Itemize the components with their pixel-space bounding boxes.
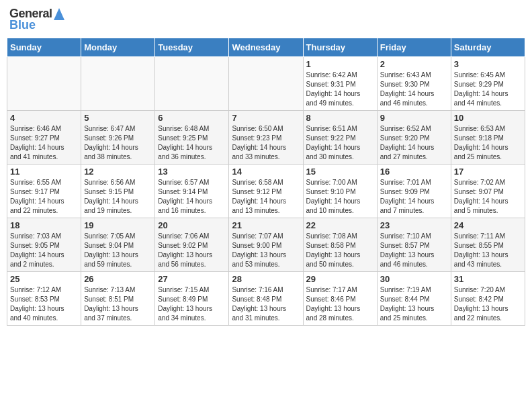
calendar-cell: 4Sunrise: 6:46 AM Sunset: 9:27 PM Daylig… xyxy=(7,111,81,165)
calendar-cell xyxy=(81,57,155,111)
day-number: 24 xyxy=(454,220,522,230)
calendar-cell: 1Sunrise: 6:42 AM Sunset: 9:31 PM Daylig… xyxy=(303,57,377,111)
day-info: Sunrise: 7:12 AM Sunset: 8:53 PM Dayligh… xyxy=(10,285,78,323)
day-number: 25 xyxy=(10,274,78,284)
day-number: 9 xyxy=(380,113,448,123)
day-info: Sunrise: 7:17 AM Sunset: 8:46 PM Dayligh… xyxy=(306,285,374,323)
day-info: Sunrise: 6:51 AM Sunset: 9:22 PM Dayligh… xyxy=(306,124,374,162)
calendar-cell xyxy=(7,57,81,111)
day-number: 1 xyxy=(306,59,374,69)
day-info: Sunrise: 7:00 AM Sunset: 9:10 PM Dayligh… xyxy=(306,178,374,216)
day-info: Sunrise: 6:47 AM Sunset: 9:26 PM Dayligh… xyxy=(84,124,152,162)
calendar-cell: 29Sunrise: 7:17 AM Sunset: 8:46 PM Dayli… xyxy=(303,272,377,326)
day-info: Sunrise: 7:19 AM Sunset: 8:44 PM Dayligh… xyxy=(380,285,448,323)
day-info: Sunrise: 6:45 AM Sunset: 9:29 PM Dayligh… xyxy=(454,71,522,108)
day-info: Sunrise: 6:43 AM Sunset: 9:30 PM Dayligh… xyxy=(380,71,448,108)
day-number: 10 xyxy=(454,113,522,123)
calendar-header-row: SundayMondayTuesdayWednesdayThursdayFrid… xyxy=(7,38,525,57)
page-header: General Blue xyxy=(7,7,525,32)
calendar-week-3: 11Sunrise: 6:55 AM Sunset: 9:17 PM Dayli… xyxy=(7,165,525,218)
day-info: Sunrise: 6:42 AM Sunset: 9:31 PM Dayligh… xyxy=(306,71,374,108)
calendar-cell: 13Sunrise: 6:57 AM Sunset: 9:14 PM Dayli… xyxy=(155,165,229,218)
calendar-cell: 7Sunrise: 6:50 AM Sunset: 9:23 PM Daylig… xyxy=(229,111,303,165)
day-number: 14 xyxy=(232,167,300,177)
calendar-week-5: 25Sunrise: 7:12 AM Sunset: 8:53 PM Dayli… xyxy=(7,272,525,326)
calendar-cell: 30Sunrise: 7:19 AM Sunset: 8:44 PM Dayli… xyxy=(377,272,451,326)
day-number: 30 xyxy=(380,274,448,284)
day-number: 15 xyxy=(306,167,374,177)
column-header-monday: Monday xyxy=(81,38,155,57)
column-header-sunday: Sunday xyxy=(7,38,81,57)
logo: General Blue xyxy=(9,7,64,32)
calendar-cell: 31Sunrise: 7:20 AM Sunset: 8:42 PM Dayli… xyxy=(451,272,525,326)
day-number: 11 xyxy=(10,167,78,177)
day-number: 16 xyxy=(380,167,448,177)
day-info: Sunrise: 7:11 AM Sunset: 8:55 PM Dayligh… xyxy=(454,232,522,269)
calendar-cell: 11Sunrise: 6:55 AM Sunset: 9:17 PM Dayli… xyxy=(7,165,81,218)
logo-triangle-icon xyxy=(54,8,64,20)
calendar-cell: 22Sunrise: 7:08 AM Sunset: 8:58 PM Dayli… xyxy=(303,218,377,272)
day-info: Sunrise: 7:01 AM Sunset: 9:09 PM Dayligh… xyxy=(380,178,448,216)
svg-marker-0 xyxy=(54,8,64,20)
calendar-cell: 25Sunrise: 7:12 AM Sunset: 8:53 PM Dayli… xyxy=(7,272,81,326)
day-info: Sunrise: 7:10 AM Sunset: 8:57 PM Dayligh… xyxy=(380,232,448,269)
calendar-cell: 5Sunrise: 6:47 AM Sunset: 9:26 PM Daylig… xyxy=(81,111,155,165)
day-number: 20 xyxy=(158,220,226,230)
calendar-cell: 28Sunrise: 7:16 AM Sunset: 8:48 PM Dayli… xyxy=(229,272,303,326)
calendar-cell: 8Sunrise: 6:51 AM Sunset: 9:22 PM Daylig… xyxy=(303,111,377,165)
calendar-cell xyxy=(155,57,229,111)
calendar-cell: 14Sunrise: 6:58 AM Sunset: 9:12 PM Dayli… xyxy=(229,165,303,218)
day-info: Sunrise: 6:46 AM Sunset: 9:27 PM Dayligh… xyxy=(10,124,78,162)
day-number: 27 xyxy=(158,274,226,284)
day-number: 21 xyxy=(232,220,300,230)
calendar-cell: 20Sunrise: 7:06 AM Sunset: 9:02 PM Dayli… xyxy=(155,218,229,272)
day-info: Sunrise: 6:58 AM Sunset: 9:12 PM Dayligh… xyxy=(232,178,300,216)
calendar-cell: 18Sunrise: 7:03 AM Sunset: 9:05 PM Dayli… xyxy=(7,218,81,272)
day-number: 18 xyxy=(10,220,78,230)
calendar-week-2: 4Sunrise: 6:46 AM Sunset: 9:27 PM Daylig… xyxy=(7,111,525,165)
day-info: Sunrise: 7:02 AM Sunset: 9:07 PM Dayligh… xyxy=(454,178,522,216)
day-number: 23 xyxy=(380,220,448,230)
day-number: 4 xyxy=(10,113,78,123)
calendar-cell: 2Sunrise: 6:43 AM Sunset: 9:30 PM Daylig… xyxy=(377,57,451,111)
day-number: 2 xyxy=(380,59,448,69)
column-header-thursday: Thursday xyxy=(303,38,377,57)
day-number: 31 xyxy=(454,274,522,284)
calendar-cell: 9Sunrise: 6:52 AM Sunset: 9:20 PM Daylig… xyxy=(377,111,451,165)
day-info: Sunrise: 6:48 AM Sunset: 9:25 PM Dayligh… xyxy=(158,124,226,162)
day-number: 7 xyxy=(232,113,300,123)
day-info: Sunrise: 6:56 AM Sunset: 9:15 PM Dayligh… xyxy=(84,178,152,216)
column-header-tuesday: Tuesday xyxy=(155,38,229,57)
day-info: Sunrise: 7:16 AM Sunset: 8:48 PM Dayligh… xyxy=(232,285,300,323)
day-info: Sunrise: 6:55 AM Sunset: 9:17 PM Dayligh… xyxy=(10,178,78,216)
day-number: 19 xyxy=(84,220,152,230)
calendar-cell: 17Sunrise: 7:02 AM Sunset: 9:07 PM Dayli… xyxy=(451,165,525,218)
column-header-wednesday: Wednesday xyxy=(229,38,303,57)
day-info: Sunrise: 6:52 AM Sunset: 9:20 PM Dayligh… xyxy=(380,124,448,162)
calendar-cell: 19Sunrise: 7:05 AM Sunset: 9:04 PM Dayli… xyxy=(81,218,155,272)
day-number: 13 xyxy=(158,167,226,177)
calendar-cell: 26Sunrise: 7:13 AM Sunset: 8:51 PM Dayli… xyxy=(81,272,155,326)
calendar-cell: 27Sunrise: 7:15 AM Sunset: 8:49 PM Dayli… xyxy=(155,272,229,326)
day-number: 3 xyxy=(454,59,522,69)
day-info: Sunrise: 7:08 AM Sunset: 8:58 PM Dayligh… xyxy=(306,232,374,269)
day-number: 8 xyxy=(306,113,374,123)
calendar-table: SundayMondayTuesdayWednesdayThursdayFrid… xyxy=(7,38,525,326)
column-header-friday: Friday xyxy=(377,38,451,57)
day-number: 26 xyxy=(84,274,152,284)
day-info: Sunrise: 7:03 AM Sunset: 9:05 PM Dayligh… xyxy=(10,232,78,269)
day-info: Sunrise: 6:50 AM Sunset: 9:23 PM Dayligh… xyxy=(232,124,300,162)
day-number: 17 xyxy=(454,167,522,177)
calendar-cell: 16Sunrise: 7:01 AM Sunset: 9:09 PM Dayli… xyxy=(377,165,451,218)
column-header-saturday: Saturday xyxy=(451,38,525,57)
calendar-cell: 6Sunrise: 6:48 AM Sunset: 9:25 PM Daylig… xyxy=(155,111,229,165)
calendar-cell xyxy=(229,57,303,111)
day-info: Sunrise: 7:13 AM Sunset: 8:51 PM Dayligh… xyxy=(84,285,152,323)
day-number: 6 xyxy=(158,113,226,123)
day-number: 29 xyxy=(306,274,374,284)
logo-blue: Blue xyxy=(9,18,36,32)
day-info: Sunrise: 7:06 AM Sunset: 9:02 PM Dayligh… xyxy=(158,232,226,269)
calendar-week-4: 18Sunrise: 7:03 AM Sunset: 9:05 PM Dayli… xyxy=(7,218,525,272)
day-number: 5 xyxy=(84,113,152,123)
day-info: Sunrise: 7:07 AM Sunset: 9:00 PM Dayligh… xyxy=(232,232,300,269)
